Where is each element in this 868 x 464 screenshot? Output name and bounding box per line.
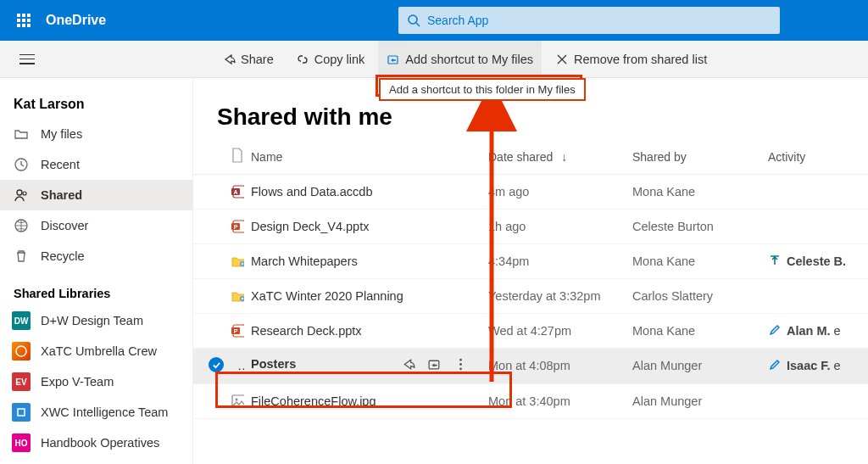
remove-shared-label: Remove from shared list [574, 53, 707, 66]
command-bar: Share Copy link Add shortcut to My files… [0, 41, 868, 78]
nav-recent[interactable]: Recent [0, 149, 192, 180]
selected-check-icon[interactable] [209, 357, 224, 372]
svg-point-5 [23, 192, 26, 195]
library-item[interactable]: EVExpo V-Team [0, 366, 192, 397]
nav-label: Discover [41, 219, 88, 232]
sort-descending-icon: ↓ [561, 150, 567, 164]
row-shortcut-button[interactable] [427, 357, 442, 374]
library-icon: EV [12, 372, 31, 391]
nav-label: My files [41, 127, 82, 141]
search-input[interactable]: Search App [398, 7, 780, 34]
svg-point-23 [459, 363, 462, 366]
date-shared: 1h ago [481, 210, 626, 244]
app-title: OneDrive [46, 13, 106, 28]
file-name: Flows and Data.accdb [251, 185, 372, 198]
library-label: Handbook Operatives [41, 436, 159, 450]
app-launcher-button[interactable] [7, 0, 41, 41]
nav-recycle[interactable]: Recycle [0, 241, 192, 271]
row-share-button[interactable] [401, 357, 415, 374]
hamburger-icon [19, 54, 35, 64]
copy-link-button[interactable]: Copy link [287, 41, 374, 77]
svg-point-0 [409, 15, 417, 24]
shared-by: Mona Kane [626, 314, 761, 349]
shared-files-table: Name Date shared ↓ Shared by Activity AF… [193, 139, 868, 419]
add-shortcut-tooltip: Add a shortcut to this folder in My file… [379, 78, 586, 101]
library-icon: DW [12, 311, 31, 330]
date-shared: Yesterday at 3:32pm [481, 279, 626, 314]
nav-toggle-button[interactable] [10, 54, 44, 64]
activity-cell: Alan M. e [761, 314, 868, 349]
top-bar: OneDrive Search App [0, 0, 868, 41]
share-button[interactable]: Share [214, 41, 282, 77]
shared-by: Alan Munger [626, 349, 761, 384]
search-placeholder: Search App [427, 14, 488, 27]
file-type-icon: P [231, 322, 244, 339]
library-label: XaTC Umbrella Crew [41, 344, 157, 358]
svg-text:P: P [234, 328, 238, 334]
nav-shared[interactable]: Shared [0, 180, 192, 210]
svg-point-22 [459, 359, 462, 361]
svg-text:P: P [234, 224, 238, 230]
link-icon [296, 53, 309, 66]
shared-libraries-header: Shared Libraries [0, 271, 192, 305]
activity-cell [761, 383, 868, 418]
library-label: Expo V-Team [41, 375, 114, 389]
library-icon [12, 342, 31, 361]
date-shared: 4:34pm [481, 244, 626, 279]
table-row[interactable]: XaTC Winter 2020 PlanningYesterday at 3:… [193, 279, 868, 314]
nav-my-files[interactable]: My files [0, 119, 192, 149]
col-name-header[interactable]: Name [244, 139, 481, 175]
user-name: Kat Larson [0, 78, 192, 119]
col-date-header[interactable]: Date shared ↓ [481, 139, 626, 175]
library-label: XWC Intelligence Team [41, 405, 168, 419]
shared-by: Alan Munger [626, 383, 761, 418]
file-name: Research Deck.pptx [251, 324, 362, 338]
date-shared: 4m ago [481, 175, 626, 210]
activity-cell: Isaac F. e [761, 349, 868, 384]
remove-shared-button[interactable]: Remove from shared list [547, 41, 715, 77]
edit-icon [768, 323, 782, 339]
add-shortcut-icon [387, 53, 400, 66]
table-row[interactable]: FileCoherenceFlow.jpgMon at 3:40pmAlan M… [193, 383, 868, 418]
library-item[interactable]: XaTC Umbrella Crew [0, 336, 192, 366]
activity-cell [761, 279, 868, 314]
library-item[interactable]: DWD+W Design Team [0, 305, 192, 336]
activity-cell: Celeste B. [761, 244, 868, 279]
svg-point-24 [459, 368, 462, 371]
file-icon [231, 148, 244, 163]
nav-discover[interactable]: Discover [0, 210, 192, 241]
file-type-icon: P [231, 218, 244, 235]
nav-label: Recycle [41, 249, 85, 263]
nav-label: Recent [41, 158, 80, 171]
svg-point-4 [17, 190, 22, 195]
file-type-icon [231, 393, 244, 410]
file-name: XaTC Winter 2020 Planning [251, 289, 403, 303]
edit-icon [768, 358, 782, 374]
share-icon [222, 53, 236, 66]
activity-cell [761, 210, 868, 244]
table-row[interactable]: PResearch Deck.pptxWed at 4:27pmMona Kan… [193, 314, 868, 349]
nav-label: Shared [41, 188, 82, 202]
shared-by: Mona Kane [626, 244, 761, 279]
library-icon [12, 403, 31, 422]
library-item[interactable]: XWC Intelligence Team [0, 397, 192, 428]
table-row[interactable]: AFlows and Data.accdb4m agoMona Kane [193, 175, 868, 210]
table-row[interactable]: PDesign Deck_V4.pptx1h agoCeleste Burton [193, 210, 868, 244]
file-type-icon: A [231, 183, 244, 200]
file-type-icon [231, 253, 244, 270]
file-name: Design Deck_V4.pptx [251, 220, 369, 233]
row-more-button[interactable] [453, 357, 468, 374]
shared-by: Celeste Burton [626, 210, 761, 244]
col-by-header[interactable]: Shared by [626, 139, 761, 175]
file-type-icon [231, 288, 244, 305]
table-row[interactable]: March Whitepapers4:34pmMona KaneCeleste … [193, 244, 868, 279]
file-name: FileCoherenceFlow.jpg [251, 394, 376, 408]
library-item[interactable]: HOHandbook Operatives [0, 428, 192, 458]
col-activity-header[interactable]: Activity [761, 139, 868, 175]
col-icon-header[interactable] [193, 139, 244, 175]
svg-rect-8 [18, 409, 25, 416]
upload-icon [768, 254, 782, 270]
file-name: Posters [251, 357, 296, 371]
add-shortcut-button[interactable]: Add shortcut to My files [378, 41, 542, 77]
table-row[interactable]: PostersMon at 4:08pmAlan MungerIsaac F. … [193, 349, 868, 384]
